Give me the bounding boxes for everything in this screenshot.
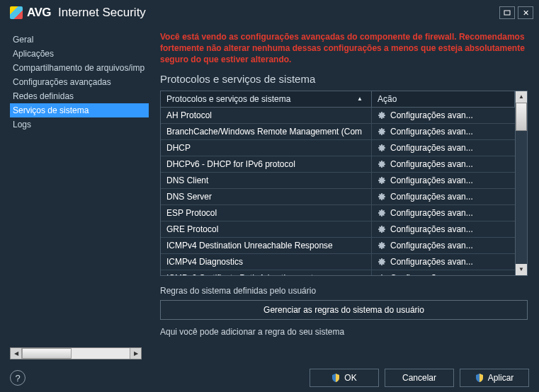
sidebar-item[interactable]: Geral [10, 33, 149, 47]
scroll-thumb[interactable] [22, 348, 72, 359]
scroll-right-button[interactable]: ▶ [130, 348, 141, 359]
scroll-track[interactable] [22, 348, 130, 359]
action-label: Configurações avan... [390, 175, 473, 185]
ok-button[interactable]: OK [310, 369, 379, 387]
gear-icon [378, 127, 386, 136]
protocol-name-cell: GRE Protocol [161, 221, 372, 237]
sort-asc-icon: ▲ [357, 96, 363, 102]
content-pane: Você está vendo as configurações avançad… [149, 25, 539, 364]
protocol-name-cell: ICMPv4 Destination Unreachable Response [161, 238, 372, 253]
action-label: Configurações avan... [390, 273, 473, 275]
footer: ? OK Cancelar Aplicar [0, 364, 539, 392]
title-bar: AVG Internet Security ✕ [0, 0, 539, 25]
sidebar-horizontal-scrollbar[interactable]: ◀ ▶ [10, 347, 142, 359]
help-icon[interactable]: ? [10, 370, 25, 386]
protocol-name-cell: DHCP [161, 140, 372, 156]
action-label: Configurações avan... [390, 241, 473, 250]
protocol-name-cell: AH Protocol [161, 108, 372, 123]
scroll-down-button[interactable]: ▼ [516, 264, 527, 275]
apply-button[interactable]: Aplicar [460, 369, 529, 387]
sidebar-item[interactable]: Logs [10, 117, 149, 132]
apply-label: Aplicar [488, 373, 514, 383]
sidebar-item[interactable]: Configurações avançadas [10, 75, 149, 89]
warning-text: Você está vendo as configurações avançad… [160, 31, 528, 66]
gear-icon [378, 274, 386, 275]
sidebar: GeralAplicaçõesCompartilhamento de arqui… [0, 25, 149, 364]
action-cell[interactable]: Configurações avan... [372, 270, 515, 275]
shield-icon [331, 374, 340, 382]
svg-rect-0 [504, 11, 510, 15]
gear-icon [378, 225, 386, 234]
scroll-track[interactable] [516, 103, 527, 264]
section-title: Protocolos e serviços de sistema [160, 73, 528, 85]
table-row[interactable]: DNS ClientConfigurações avan... [161, 173, 515, 189]
action-cell[interactable]: Configurações avan... [372, 189, 515, 204]
table-row[interactable]: ESP ProtocolConfigurações avan... [161, 205, 515, 221]
action-label: Configurações avan... [390, 143, 473, 153]
protocol-name-cell: ICMPv6 Certificate Path Advertisement [161, 270, 372, 275]
protocol-name-cell: ICMPv4 Diagnostics [161, 254, 372, 270]
action-label: Configurações avan... [390, 159, 473, 169]
table-row[interactable]: AH ProtocolConfigurações avan... [161, 108, 515, 124]
cancel-button[interactable]: Cancelar [385, 369, 454, 387]
protocol-name-cell: BranchCache/Windows Remote Management (C… [161, 124, 372, 139]
gear-icon [378, 209, 386, 217]
protocol-name-cell: ESP Protocol [161, 205, 372, 221]
action-cell[interactable]: Configurações avan... [372, 205, 515, 221]
table-row[interactable]: ICMPv4 Destination Unreachable ResponseC… [161, 238, 515, 254]
table-row[interactable]: ICMPv4 DiagnosticsConfigurações avan... [161, 254, 515, 270]
table-row[interactable]: ICMPv6 Certificate Path AdvertisementCon… [161, 270, 515, 275]
action-label: Configurações avan... [390, 224, 473, 234]
table-row[interactable]: DNS ServerConfigurações avan... [161, 189, 515, 205]
gear-icon [378, 192, 386, 201]
table-vertical-scrollbar[interactable]: ▲ ▼ [515, 91, 527, 275]
action-cell[interactable]: Configurações avan... [372, 124, 515, 139]
app-logo: AVG Internet Security [10, 6, 146, 20]
scroll-left-button[interactable]: ◀ [11, 348, 22, 359]
sidebar-item[interactable]: Serviços de sistema [10, 103, 149, 117]
table-row[interactable]: DHCPConfigurações avan... [161, 140, 515, 156]
cancel-label: Cancelar [402, 373, 436, 383]
action-cell[interactable]: Configurações avan... [372, 140, 515, 156]
protocols-table: Protocolos e serviços de sistema ▲ Ação … [160, 91, 528, 276]
scroll-up-button[interactable]: ▲ [516, 91, 527, 103]
action-cell[interactable]: Configurações avan... [372, 238, 515, 253]
column-header-label: Ação [378, 94, 397, 104]
action-label: Configurações avan... [390, 192, 473, 202]
minimize-button[interactable] [499, 6, 515, 19]
brand-name: AVG [27, 6, 51, 20]
ok-label: OK [344, 373, 356, 383]
table-row[interactable]: DHCPv6 - DHCP for IPv6 protocolConfigura… [161, 156, 515, 173]
scroll-thumb[interactable] [516, 103, 527, 131]
column-header-label: Protocolos e serviços de sistema [166, 94, 290, 104]
protocol-name-cell: DNS Client [161, 173, 372, 188]
protocol-name-cell: DHCPv6 - DHCP for IPv6 protocol [161, 156, 372, 172]
sidebar-item[interactable]: Aplicações [10, 47, 149, 61]
manage-user-rules-button[interactable]: Gerenciar as regras do sistema do usuári… [160, 300, 528, 320]
sidebar-item[interactable]: Compartilhamento de arquivos/imp [10, 61, 149, 75]
action-cell[interactable]: Configurações avan... [372, 108, 515, 123]
hint-text: Aqui você pode adicionar a regra do seu … [160, 327, 528, 337]
gear-icon [378, 144, 386, 152]
table-row[interactable]: BranchCache/Windows Remote Management (C… [161, 124, 515, 140]
column-header-action[interactable]: Ação [372, 91, 515, 107]
gear-icon [378, 176, 386, 185]
table-row[interactable]: GRE ProtocolConfigurações avan... [161, 221, 515, 238]
action-label: Configurações avan... [390, 110, 473, 120]
action-cell[interactable]: Configurações avan... [372, 254, 515, 270]
user-rules-label: Regras do sistema definidas pelo usuário [160, 286, 528, 296]
action-label: Configurações avan... [390, 257, 473, 267]
gear-icon [378, 111, 386, 120]
action-cell[interactable]: Configurações avan... [372, 221, 515, 237]
shield-icon [475, 374, 484, 382]
action-cell[interactable]: Configurações avan... [372, 173, 515, 188]
protocol-name-cell: DNS Server [161, 189, 372, 204]
product-name: Internet Security [58, 6, 146, 20]
close-button[interactable]: ✕ [518, 6, 533, 19]
column-header-protocol[interactable]: Protocolos e serviços de sistema ▲ [161, 91, 372, 107]
gear-icon [378, 258, 386, 266]
action-label: Configurações avan... [390, 208, 473, 218]
sidebar-item[interactable]: Redes definidas [10, 89, 149, 103]
action-cell[interactable]: Configurações avan... [372, 156, 515, 172]
action-label: Configurações avan... [390, 127, 473, 137]
